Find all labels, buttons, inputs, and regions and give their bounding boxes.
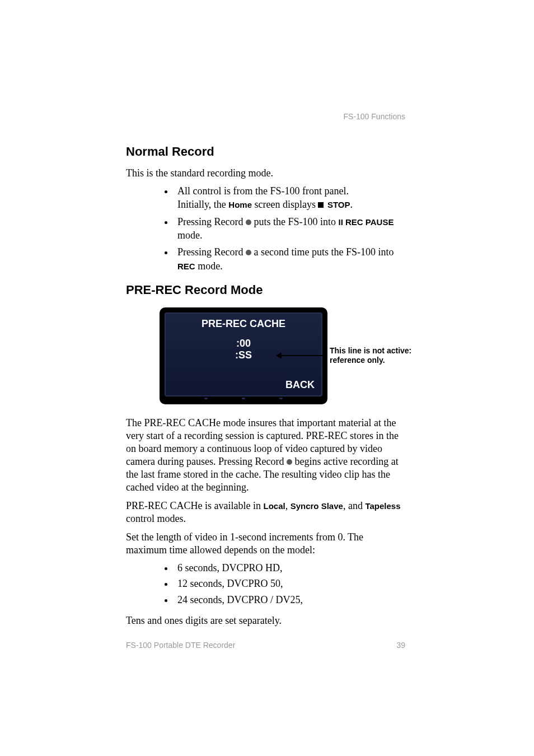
callout-line2: reference only. <box>330 356 385 365</box>
list-item: Pressing Record a second time puts the F… <box>174 245 405 273</box>
dot-icon <box>204 398 208 399</box>
page-number: 39 <box>396 641 405 650</box>
list-item: Pressing Record puts the FS-100 into II … <box>174 215 405 242</box>
bullet-text: a second time puts the FS-100 into <box>251 246 394 258</box>
para-text: , and <box>343 500 366 511</box>
running-header: FS-100 Functions <box>344 112 406 121</box>
list-item: 12 seconds, DVCPRO 50, <box>174 577 405 590</box>
ui-label-stop: STOP <box>327 200 350 209</box>
callout-arrow-icon <box>277 355 327 356</box>
callout-text: This line is not active: reference only. <box>330 346 430 366</box>
para-text: PRE-REC CACHe is available in <box>126 500 263 511</box>
ui-label-local: Local <box>263 501 285 511</box>
lcd-figure-row: PRE-REC CACHE :00 :SS BACK This line is … <box>160 307 405 404</box>
bullet-list-normal: All control is from the FS-100 front pan… <box>126 184 405 273</box>
list-item: 6 seconds, DVCPRO HD, <box>174 561 405 575</box>
footer-title: FS-100 Portable DTE Recorder <box>126 641 235 650</box>
callout-line1: This line is not active: <box>330 346 411 355</box>
ui-label-rec: REC <box>177 262 195 271</box>
bullet-text: . <box>350 199 353 210</box>
lcd-title: PRE-REC CACHE <box>166 314 321 330</box>
lcd-seconds-value: :00 <box>166 338 321 349</box>
record-dot-icon <box>246 220 251 225</box>
content-area: Normal Record This is the standard recor… <box>126 144 405 627</box>
bullet-text: puts the FS-100 into <box>251 216 339 227</box>
bullet-list-times: 6 seconds, DVCPRO HD, 12 seconds, DVCPRO… <box>126 561 405 606</box>
paragraph: Tens and ones digits are set separately. <box>126 614 405 627</box>
paragraph: The PRE-REC CACHe mode insures that impo… <box>126 417 405 494</box>
ui-label-rec-pause: II REC PAUSE <box>339 217 394 227</box>
bullet-text: Initially, the <box>177 199 228 210</box>
bullet-text: Pressing Record <box>177 246 246 258</box>
lcd-screen: PRE-REC CACHE :00 :SS BACK <box>165 312 322 396</box>
para-text: control modes. <box>126 513 186 524</box>
bullet-text: mode. <box>195 260 223 272</box>
intro-paragraph: This is the standard recording mode. <box>126 167 405 180</box>
ui-label-syncro-slave: Syncro Slave <box>291 501 343 511</box>
record-dot-icon <box>246 250 251 255</box>
bullet-text: Pressing Record <box>177 216 246 227</box>
page-footer: FS-100 Portable DTE Recorder 39 <box>126 641 405 650</box>
dot-icon <box>242 398 245 399</box>
callout: This line is not active: reference only. <box>316 346 430 366</box>
ui-label-tapeless: Tapeless <box>365 501 400 511</box>
bullet-text: mode. <box>177 230 203 241</box>
lcd-back-label: BACK <box>285 379 315 391</box>
stop-icon <box>318 202 324 208</box>
heading-normal-record: Normal Record <box>126 144 405 159</box>
bullet-text: All control is from the FS-100 front pan… <box>177 185 349 197</box>
heading-prerec-mode: PRE-REC Record Mode <box>126 283 405 297</box>
ui-label-home: Home <box>228 200 252 209</box>
paragraph: Set the length of video in 1-second incr… <box>126 531 405 557</box>
page: FS-100 Functions Normal Record This is t… <box>0 0 534 756</box>
lcd-button-dots <box>165 398 322 399</box>
record-dot-icon <box>287 459 292 465</box>
bullet-text: screen displays <box>252 199 318 210</box>
list-item: 24 seconds, DVCPRO / DV25, <box>174 593 405 606</box>
para-text: , <box>285 500 291 511</box>
list-item: All control is from the FS-100 front pan… <box>174 184 405 212</box>
paragraph: PRE-REC CACHe is available in Local, Syn… <box>126 500 405 525</box>
dot-icon <box>279 398 283 399</box>
